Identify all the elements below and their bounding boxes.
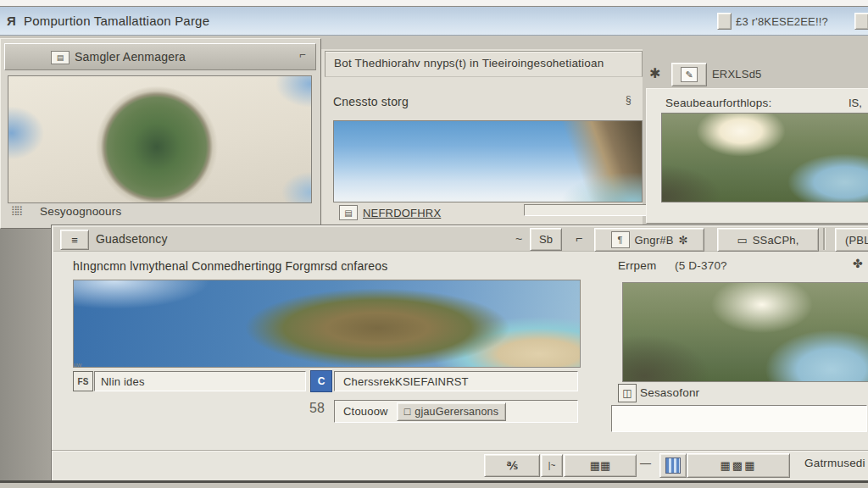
main-left-image-frame — [73, 280, 581, 368]
left-panel-header[interactable]: ▤ Samgler Aenmagera ⌐ — [4, 43, 316, 70]
number-58-icon: 58 — [309, 401, 325, 416]
status-separator — [52, 450, 868, 451]
tilde-glyph: ~ — [515, 232, 522, 246]
right-column-header-label: Errpem — [618, 259, 656, 272]
min-field[interactable]: Nlin ides — [94, 371, 306, 391]
main-headline: hIngncmn lvmythenal Conmedhertingg Forgm… — [73, 259, 387, 273]
app-icon: Я — [7, 14, 16, 28]
right-panel-title: Seaubeaurforthlops: — [665, 97, 771, 109]
status-button-1[interactable]: ℁ — [484, 454, 540, 477]
panel-split-icon: ◫ — [618, 384, 637, 402]
status-right-text: Gatrmusedi — [804, 457, 865, 469]
right-form-label: Sesasofonr — [640, 386, 699, 399]
island-aerial-image — [74, 280, 580, 367]
toolbar-button-1[interactable]: ¶ Gngr#B ✼ — [594, 228, 704, 252]
center-image-frame — [333, 120, 643, 202]
toolbar-divider — [823, 228, 826, 250]
section-marker-icon[interactable]: § — [626, 94, 632, 106]
right-panel-image-frame — [661, 113, 868, 202]
status-button-2[interactable]: |~ — [541, 454, 563, 477]
paragraph-icon: ¶ — [611, 231, 630, 248]
pencil-icon: ✎ — [681, 67, 698, 82]
screen: Я Pompurtion Tamallattiaon Parge £3 r'8K… — [0, 0, 868, 488]
center-section-label: Cnessto storg — [333, 95, 409, 108]
status-button-5-glyph: ▦▩▦ — [721, 459, 757, 472]
sb-button[interactable]: Sb — [530, 228, 562, 251]
right-panel: Seaubeaurforthlops: IS, — [646, 88, 868, 224]
center-tab-header[interactable]: Bot Thedhiorahv nnyps(t) in Tieeiroinges… — [325, 51, 643, 77]
inner-dropdown-button[interactable]: □ gjauGerersanons — [397, 402, 506, 421]
right-panel-header-value: IS, — [849, 97, 862, 109]
menu-icon: ≡ — [71, 234, 78, 247]
aerial-dome-image — [8, 76, 311, 202]
status-button-3-glyph: ▦▦ — [590, 459, 611, 472]
river-valley-image — [662, 114, 868, 202]
toolbar-button-2-label: SSaCPh, — [753, 234, 799, 247]
document-icon-glyph: ▤ — [344, 208, 352, 218]
blue-badge-glyph: C — [318, 375, 326, 387]
window-title: Pompurtion Tamallattiaon Parge — [24, 14, 209, 28]
center-tab-label: Bot Thedhiorahv nnyps(t) in Tieeiroinges… — [334, 57, 604, 69]
document-icon: ▤ — [339, 205, 358, 220]
sb-button-label: Sb — [539, 233, 553, 246]
tool-icon[interactable]: ✱ — [649, 65, 660, 81]
window-icon: ▤ — [51, 51, 70, 64]
plus-icon[interactable]: ✤ — [853, 257, 863, 270]
collapse-icon[interactable]: ⌐ — [299, 48, 306, 61]
toolbar-button-3-label: (PBL'EB — [845, 234, 868, 247]
tiny-scribble-text: uw — [73, 361, 81, 369]
left-panel-footer-label[interactable]: Sesyoognoours — [40, 205, 121, 218]
window-title-bar[interactable]: Я Pompurtion Tamallattiaon Parge £3 r'8K… — [0, 7, 868, 36]
panel-split-glyph: ◫ — [622, 387, 632, 399]
status-button-5[interactable]: ▦▩▦ — [687, 453, 790, 478]
main-window-title: Guadsetoncy — [96, 232, 168, 246]
status-button-2-glyph: |~ — [548, 461, 555, 470]
grid-icon: ⣿⣿ — [11, 205, 21, 216]
main-right-image-frame — [622, 282, 868, 382]
cursor-icon: ⌐ — [576, 231, 582, 245]
chers-field[interactable]: CherssrekKSIEFAINRST — [334, 371, 578, 391]
left-panel: ▤ Samgler Aenmagera ⌐ ⣿⣿ Sesyoognoours — [0, 38, 321, 229]
fs-icon: FS — [73, 371, 93, 391]
titlebar-address-text: £3 r'8KESE2EE!!? — [736, 15, 828, 28]
left-panel-image-frame — [8, 75, 312, 203]
main-window: ≡ Guadsetoncy ~ Sb ⌐ ¶ Gngr#B ✼ ▭ SSaCPh… — [51, 225, 868, 482]
toolbar-button-1-label: Gngr#B — [635, 234, 674, 247]
square-icon: □ — [404, 406, 411, 418]
sparkle-icon: ✼ — [679, 234, 688, 247]
ctouoow-label: Ctouoow — [343, 405, 388, 418]
toolbar-button-2[interactable]: ▭ SSaCPh, — [717, 228, 819, 252]
fs-icon-glyph: FS — [78, 377, 89, 386]
titlebar-small-button-right[interactable] — [854, 13, 868, 30]
desktop-left-strip — [0, 227, 53, 481]
rectangle-icon: ▭ — [737, 234, 747, 247]
toolbar-button-3[interactable]: (PBL'EB — [835, 228, 868, 252]
bottom-strip — [0, 483, 868, 488]
dash-glyph: — — [640, 457, 651, 469]
top-strip — [0, 0, 868, 7]
right-text-input[interactable] — [611, 405, 867, 432]
status-button-3[interactable]: ▦▦ — [564, 454, 637, 477]
right-toolbar-label: ERXLSd5 — [712, 68, 762, 80]
center-footer-link[interactable]: NEFRDOFHRX — [363, 207, 441, 219]
status-button-1-glyph: ℁ — [506, 459, 517, 472]
ctouoow-field[interactable]: Ctouoow □ gjauGerersanons — [334, 400, 578, 423]
coastline-image — [334, 121, 642, 202]
right-column-header-value: (5 D-370? — [675, 259, 727, 272]
right-toolbar-button[interactable]: ✎ — [671, 63, 707, 86]
inner-dropdown-label: gjauGerersanons — [415, 406, 498, 418]
titlebar-small-button-left[interactable] — [717, 13, 732, 30]
river-valley-image-2 — [623, 283, 868, 381]
blue-striped-icon — [665, 458, 681, 474]
blue-badge-icon: C — [310, 370, 332, 392]
menu-icon-button[interactable]: ≡ — [60, 230, 89, 250]
left-panel-title: Samgler Aenmagera — [75, 50, 186, 64]
status-blue-button[interactable] — [659, 453, 687, 478]
main-window-title-bar[interactable]: ≡ Guadsetoncy ~ Sb ⌐ ¶ Gngr#B ✼ ▭ SSaCPh… — [53, 227, 868, 252]
